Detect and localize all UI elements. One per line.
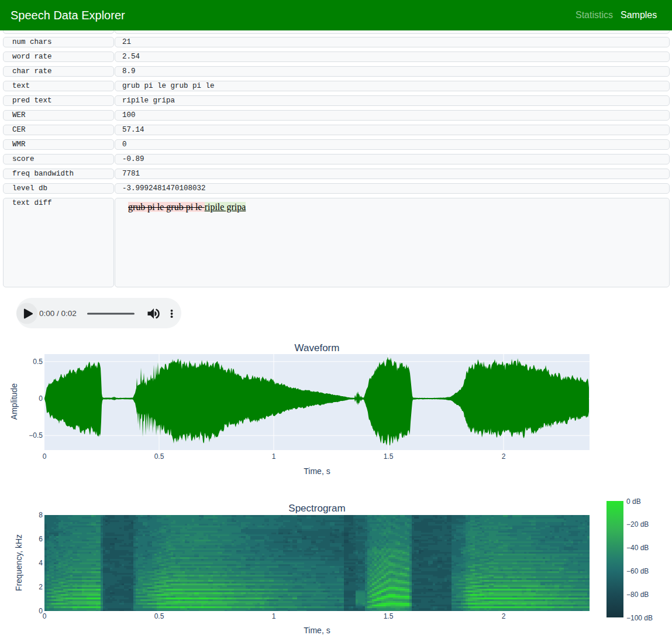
svg-text:0 dB: 0 dB — [626, 497, 641, 506]
svg-text:1: 1 — [272, 612, 276, 620]
svg-text:Spectrogram: Spectrogram — [288, 503, 345, 514]
svg-text:1.5: 1.5 — [384, 452, 394, 461]
svg-text:0.5: 0.5 — [33, 358, 43, 366]
svg-text:1.5: 1.5 — [384, 612, 394, 620]
svg-text:0.5: 0.5 — [154, 612, 164, 620]
svg-text:−40 dB: −40 dB — [626, 544, 649, 552]
svg-text:−0.5: −0.5 — [29, 431, 43, 440]
svg-text:4: 4 — [39, 559, 43, 567]
svg-text:−80 dB: −80 dB — [626, 591, 649, 599]
svg-text:6: 6 — [39, 535, 43, 543]
svg-text:0: 0 — [43, 452, 47, 461]
svg-text:0:00 / 0:02: 0:00 / 0:02 — [39, 309, 77, 318]
svg-text:Waveform: Waveform — [295, 342, 340, 353]
svg-text:Frequency, kHz: Frequency, kHz — [14, 534, 23, 591]
svg-text:Amplitude: Amplitude — [9, 383, 19, 420]
svg-text:0: 0 — [43, 612, 47, 620]
svg-text:2: 2 — [39, 583, 43, 591]
svg-text:−100 dB: −100 dB — [626, 614, 653, 622]
svg-text:1: 1 — [272, 452, 276, 461]
svg-text:0.5: 0.5 — [154, 452, 164, 461]
svg-text:Time, s: Time, s — [304, 626, 330, 635]
svg-text:Time, s: Time, s — [304, 466, 330, 476]
svg-text:−20 dB: −20 dB — [626, 520, 649, 528]
svg-text:−60 dB: −60 dB — [626, 567, 649, 575]
svg-text:8: 8 — [39, 511, 43, 519]
svg-text:2: 2 — [502, 612, 506, 620]
svg-text:0: 0 — [39, 394, 43, 403]
svg-text:2: 2 — [502, 452, 506, 461]
